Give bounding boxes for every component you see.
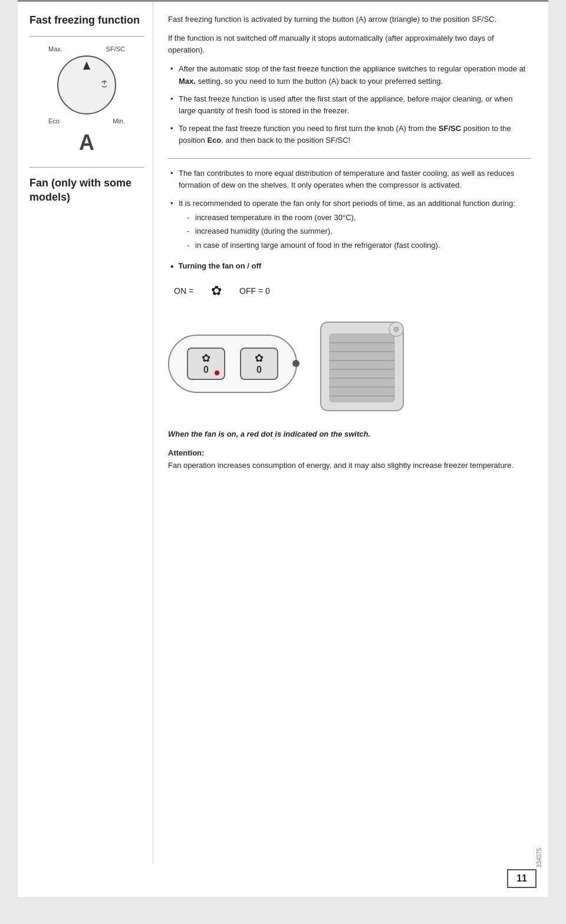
section1-bullets: After the automatic stop of the fast fre…	[168, 63, 531, 146]
page-number: 11	[507, 869, 537, 888]
on-label: ON =	[174, 286, 193, 296]
fan-bullet-1: The fan contributes to more equal distri…	[168, 168, 531, 191]
fan-bullet-2: It is recommended to operate the fan onl…	[168, 198, 531, 251]
section2-title: Fan (only with some models)	[29, 176, 144, 204]
bold-eco: Eco	[207, 136, 221, 145]
bullet2-text: The fast freeze function is used after t…	[179, 94, 513, 115]
knob-diagram: Max. SF/SC Eco Min.	[29, 45, 144, 155]
knob-arrow-icon	[83, 61, 90, 70]
switch-fan-icon-2: ✿	[255, 352, 264, 365]
section2-divider-left	[29, 167, 144, 168]
italic-note: When the fan is on, a red dot is indicat…	[168, 428, 531, 440]
page-code: 334075	[536, 848, 542, 867]
knob-bottom-labels: Eco Min.	[48, 117, 125, 124]
switch-zero-2: 0	[256, 365, 262, 375]
fan-toggle-label: Turning the fan on / off	[179, 261, 262, 270]
min-label: Min.	[113, 117, 125, 124]
switch-box-on: ✿ 0	[187, 348, 225, 380]
page-footer: 11	[18, 863, 548, 897]
fan-toggle-wrapper: • Turning the fan on / off	[168, 261, 531, 276]
switch-red-dot	[215, 371, 219, 375]
bold-sfsc1: SF/SC	[439, 124, 461, 133]
bold-max: Max.	[179, 77, 196, 86]
fan-bullet-2-text: It is recommended to operate the fan onl…	[179, 199, 515, 208]
switch-fan-icon-1: ✿	[202, 352, 210, 365]
fan-on-off-section: • Turning the fan on / off ON = ✿ OFF = …	[168, 261, 531, 299]
bullet-item-3: To repeat the fast freeze function you n…	[168, 123, 531, 146]
sf-label: SF/SC	[106, 45, 125, 53]
fridge-illustration	[309, 310, 415, 417]
section1-divider	[29, 36, 144, 37]
svg-point-12	[394, 327, 399, 332]
knob-letter: A	[79, 130, 94, 155]
section1-para1: Fast freezing function is activated by t…	[168, 14, 531, 25]
fan-symbols: ON = ✿ OFF = 0	[174, 283, 531, 299]
right-column: Fast freezing function is activated by t…	[153, 2, 548, 863]
left-column: Fast freezing function Max. SF/SC	[18, 2, 153, 863]
sub-item-3: in case of inserting large amount of foo…	[185, 240, 531, 251]
connector-dot	[292, 360, 300, 367]
fan-on-icon: ✿	[211, 283, 222, 299]
attention-head: Attention:	[168, 448, 531, 457]
svg-rect-3	[330, 334, 394, 402]
section1-para2: If the function is not switched off manu…	[168, 32, 531, 56]
knob-circle	[57, 55, 116, 114]
switches-oval: ✿ 0 ✿ 0	[168, 335, 297, 393]
bullet-item-2: The fast freeze function is used after t…	[168, 93, 531, 117]
sub-item-2: increased humidity (during the summer),	[185, 225, 531, 237]
switch-zero-1: 0	[203, 365, 209, 375]
fridge-svg	[309, 310, 415, 417]
section-break	[168, 158, 531, 159]
off-label: OFF = 0	[239, 286, 270, 296]
section1-title: Fast freezing function	[29, 14, 144, 27]
fan-sub-list: increased temperature in the room (over …	[179, 212, 531, 251]
bullet-item-1: After the automatic stop of the fast fre…	[168, 63, 531, 87]
sub-item-1: increased temperature in the room (over …	[185, 212, 531, 224]
section2-bullets: The fan contributes to more equal distri…	[168, 168, 531, 251]
switch-box-off: ✿ 0	[240, 348, 278, 380]
attention-text: Fan operation increases consumption of e…	[168, 460, 531, 471]
eco-label: Eco	[48, 117, 60, 124]
knob-power-icon	[100, 80, 109, 91]
max-label: Max.	[48, 45, 62, 53]
knob-top-labels: Max. SF/SC	[48, 45, 125, 53]
page: Fast freezing function Max. SF/SC	[18, 0, 548, 897]
content-area: Fast freezing function Max. SF/SC	[18, 2, 548, 863]
diagram-area: ✿ 0 ✿ 0	[168, 310, 531, 417]
